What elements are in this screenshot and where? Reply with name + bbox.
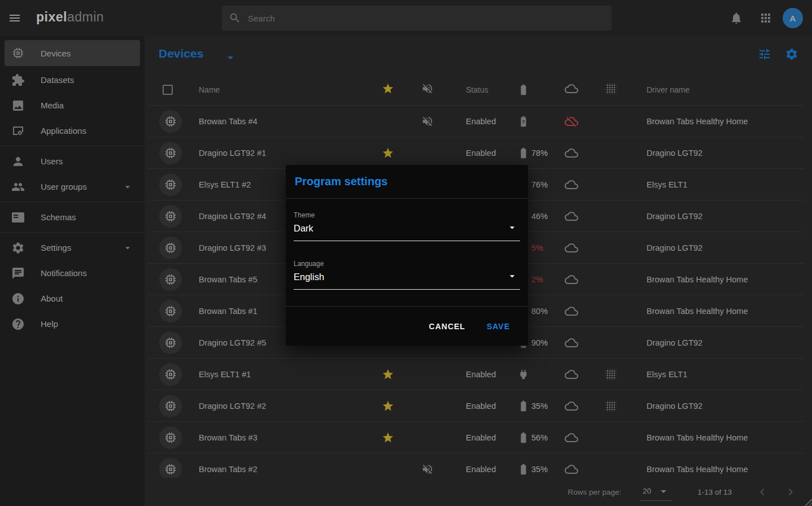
select-caret-icon [507,222,518,233]
field-value: English [294,272,520,290]
theme-select[interactable]: ThemeDark [294,211,520,241]
field-value: Dark [294,223,520,241]
language-select[interactable]: LanguageEnglish [294,260,520,290]
dialog-header: Program settings [286,165,528,199]
dialog-footer: CANCEL SAVE [286,306,528,346]
field-label: Language [294,260,520,268]
cancel-button[interactable]: CANCEL [427,319,468,334]
select-caret-icon [507,271,518,282]
program-settings-dialog: Program settings ThemeDarkLanguageEnglis… [286,165,528,346]
save-button[interactable]: SAVE [484,319,512,334]
field-label: Theme [294,211,520,219]
dialog-title: Program settings [295,175,387,188]
